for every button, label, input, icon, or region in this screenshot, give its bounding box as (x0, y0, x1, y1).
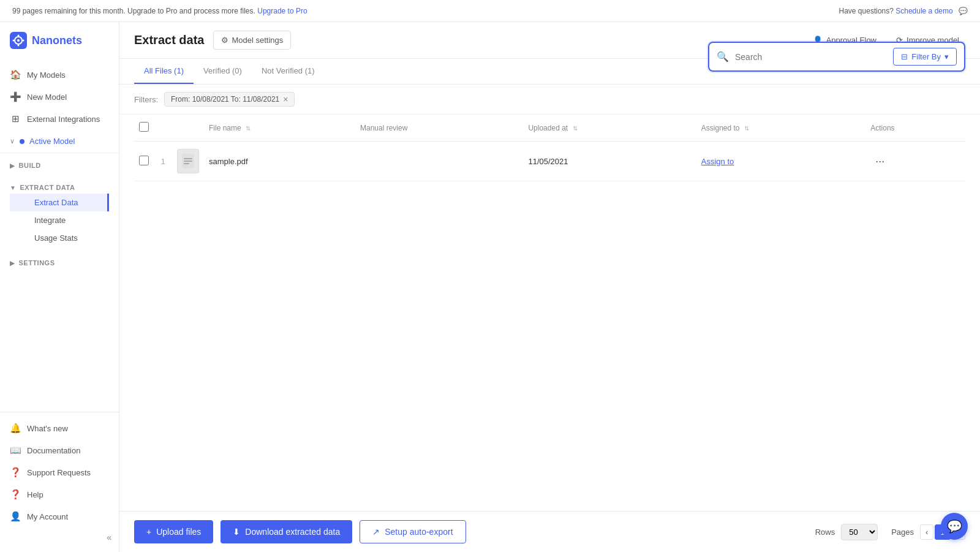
sidebar-item-my-models-label: My Models (27, 70, 66, 80)
sidebar-item-usage-stats[interactable]: Usage Stats (10, 229, 109, 247)
download-extracted-data-button[interactable]: ⬇ Download extracted data (221, 520, 352, 543)
top-banner: 99 pages remaining for this month. Upgra… (0, 0, 980, 22)
help-label: Help (27, 490, 43, 499)
sidebar-collapse-button[interactable]: « (0, 527, 119, 547)
model-settings-button[interactable]: ⚙ Model settings (213, 31, 292, 50)
sidebar-settings-label: SETTINGS (19, 259, 55, 267)
support-requests-label: Support Requests (27, 468, 91, 477)
row-num-cell: 1 (154, 142, 172, 181)
active-model-chevron: ∨ (10, 137, 15, 145)
filter-chip-text: From: 10/08/2021 To: 11/08/2021 (171, 95, 279, 104)
gear-icon: ⚙ (221, 36, 228, 45)
upload-files-button[interactable]: + Upload files (134, 520, 213, 543)
sidebar-item-new-model[interactable]: ➕ New Model (0, 86, 119, 108)
active-model-item[interactable]: ∨ Active Model (0, 132, 119, 150)
upload-icon: + (146, 527, 151, 537)
th-file-name[interactable]: File name ⇅ (204, 115, 355, 142)
sidebar-item-my-account[interactable]: 👤 My Account (0, 505, 119, 527)
file-thumbnail (177, 149, 199, 173)
filter-by-button[interactable]: ⊟ Filter By ▾ (893, 48, 957, 66)
home-icon: 🏠 (10, 69, 21, 80)
file-name-sort-icon: ⇅ (246, 125, 251, 132)
sidebar-settings-section: ▶ SETTINGS (0, 253, 119, 273)
bottom-bar: + Upload files ⬇ Download extracted data… (119, 511, 980, 552)
my-account-label: My Account (27, 512, 68, 521)
th-actions: Actions (865, 115, 965, 142)
assign-to-link[interactable]: Assign to (701, 157, 734, 166)
sidebar-item-documentation[interactable]: 📖 Documentation (0, 439, 119, 461)
download-icon: ⬇ (233, 527, 240, 537)
sidebar-item-extract-data[interactable]: Extract Data (10, 194, 109, 211)
svg-point-6 (23, 40, 24, 42)
chat-icon: 💬 (947, 519, 962, 534)
upgrade-link[interactable]: Upgrade to Pro (257, 7, 307, 15)
row-assigned-to-cell: Assign to (696, 142, 865, 181)
filter-chip-remove-icon[interactable]: × (283, 95, 288, 104)
sidebar-build-label: BUILD (19, 162, 41, 169)
sidebar-item-support-requests[interactable]: ❓ Support Requests (0, 461, 119, 483)
row-more-actions-button[interactable]: ··· (870, 153, 889, 170)
grid-icon: ⊞ (10, 113, 21, 124)
filters-label: Filters: (134, 95, 158, 104)
search-input[interactable] (735, 52, 887, 62)
sidebar-item-new-model-label: New Model (27, 93, 67, 102)
select-all-checkbox[interactable] (139, 122, 149, 132)
th-assigned-to[interactable]: Assigned to ⇅ (696, 115, 865, 142)
svg-point-4 (18, 45, 20, 47)
sidebar-settings-header[interactable]: ▶ SETTINGS (10, 257, 109, 269)
tab-all-files[interactable]: All Files (1) (134, 59, 194, 84)
th-uploaded-at[interactable]: Uploaded at ⇅ (523, 115, 696, 142)
uploaded-at-sort-icon: ⇅ (573, 125, 578, 132)
assigned-to-sort-icon: ⇅ (744, 125, 749, 132)
row-actions-cell: ··· (865, 142, 965, 181)
sidebar-item-external-integrations[interactable]: ⊞ External Integrations (0, 108, 119, 130)
setup-auto-export-button[interactable]: ↗ Setup auto-export (360, 520, 466, 543)
chat-support-button[interactable]: 💬 (941, 513, 968, 540)
banner-left: 99 pages remaining for this month. Upgra… (12, 7, 307, 15)
message-icon: 💬 (959, 7, 968, 15)
sidebar-logo[interactable]: Nanonets (0, 22, 119, 59)
help-icon: ❓ (10, 489, 21, 500)
filters-row: Filters: From: 10/08/2021 To: 11/08/2021… (119, 85, 980, 115)
user-icon: 👤 (10, 511, 21, 522)
auto-export-icon: ↗ (372, 527, 380, 537)
rows-per-page-select[interactable]: 50 100 (841, 524, 878, 540)
sidebar-item-help[interactable]: ❓ Help (0, 483, 119, 505)
schedule-demo-link[interactable]: Schedule a demo (895, 7, 952, 15)
rows-label: Rows (815, 527, 835, 537)
filter-icon: ⊟ (901, 52, 908, 61)
dropdown-arrow-icon: ▾ (944, 52, 949, 61)
sidebar-build-header[interactable]: ▶ BUILD (10, 159, 109, 172)
documentation-label: Documentation (27, 446, 80, 455)
row-uploaded-at-cell: 11/05/2021 (523, 142, 696, 181)
files-table: File name ⇅ Manual review Uploaded at ⇅ … (134, 115, 965, 181)
tab-verified[interactable]: Verified (0) (194, 59, 252, 84)
book-icon: 📖 (10, 445, 21, 456)
active-model-section: ∨ Active Model (0, 130, 119, 153)
search-filter-container: 🔍 ⊟ Filter By ▾ (708, 42, 965, 72)
sidebar-bottom: 🔔 What's new 📖 Documentation ❓ Support R… (0, 412, 119, 552)
sidebar-item-integrate[interactable]: Integrate (10, 211, 109, 229)
sidebar-extract-header[interactable]: ▼ EXTRACT DATA (10, 181, 109, 194)
table-container: File name ⇅ Manual review Uploaded at ⇅ … (119, 115, 980, 511)
banner-right: Have questions? Schedule a demo 💬 (839, 7, 968, 15)
bottom-actions: + Upload files ⬇ Download extracted data… (134, 520, 466, 543)
content-header: Extract data ⚙ Model settings 🔍 ⊟ Filter… (119, 22, 980, 59)
sidebar-item-external-integrations-label: External Integrations (27, 115, 100, 124)
th-thumb (172, 115, 204, 142)
svg-point-5 (13, 40, 15, 42)
sidebar-item-my-models[interactable]: 🏠 My Models (0, 64, 119, 86)
active-model-dot (20, 139, 24, 144)
date-filter-chip[interactable]: From: 10/08/2021 To: 11/08/2021 × (164, 92, 295, 107)
sidebar-item-whats-new[interactable]: 🔔 What's new (0, 417, 119, 439)
tab-not-verified[interactable]: Not Verified (1) (252, 59, 325, 84)
row-checkbox[interactable] (139, 156, 149, 165)
sidebar-navigation: 🏠 My Models ➕ New Model ⊞ External Integ… (0, 59, 119, 412)
row-thumb-cell (172, 142, 204, 181)
row-checkbox-cell (134, 142, 154, 181)
plus-circle-icon: ➕ (10, 91, 21, 102)
sidebar: Nanonets 🏠 My Models ➕ New Model ⊞ Exter… (0, 22, 119, 552)
svg-rect-8 (184, 158, 192, 159)
prev-page-button[interactable]: ‹ (920, 524, 933, 540)
svg-point-2 (17, 39, 20, 42)
